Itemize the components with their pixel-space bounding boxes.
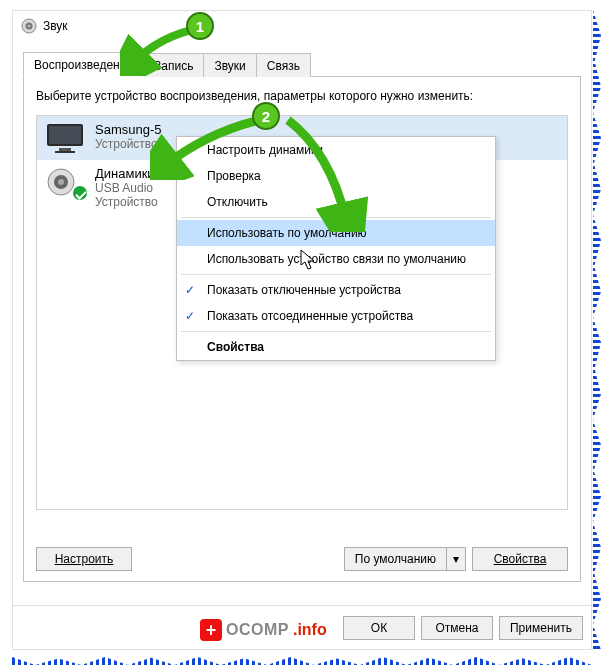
speaker-icon	[21, 18, 37, 34]
device-driver: USB Audio	[95, 181, 158, 195]
menu-separator	[181, 274, 491, 275]
device-name: Динамики	[95, 166, 158, 181]
tab-sounds[interactable]: Звуки	[203, 53, 256, 77]
watermark-suffix: .info	[293, 621, 327, 639]
check-icon: ✓	[185, 283, 195, 297]
set-default-split-button[interactable]: По умолчанию ▾	[344, 547, 466, 571]
speaker-device-icon	[45, 166, 85, 198]
annotation-bubble-2: 2	[252, 102, 280, 130]
watermark-brand: OCOMP	[226, 621, 289, 639]
menu-separator	[181, 331, 491, 332]
ok-button[interactable]: ОК	[343, 616, 415, 640]
svg-point-9	[58, 179, 64, 185]
menu-properties[interactable]: Свойства	[177, 334, 495, 360]
tab-communications[interactable]: Связь	[256, 53, 311, 77]
instruction-text: Выберите устройство воспроизведения, пар…	[36, 89, 568, 103]
annotation-arrow-2b	[280, 112, 370, 232]
default-badge-icon	[71, 184, 89, 202]
svg-rect-6	[55, 151, 75, 153]
titlebar[interactable]: Звук	[13, 11, 591, 41]
tab-bar: Воспроизведение Запись Звуки Связь	[23, 51, 581, 77]
set-default-button[interactable]: По умолчанию	[344, 547, 446, 571]
menu-show-disconnected[interactable]: ✓Показать отсоединенные устройства	[177, 303, 495, 329]
svg-point-2	[28, 25, 31, 28]
monitor-icon	[45, 122, 85, 154]
configure-button[interactable]: Настроить	[36, 547, 132, 571]
cancel-button[interactable]: Отмена	[421, 616, 493, 640]
menu-set-default-comm[interactable]: Использовать устройство связи по умолчан…	[177, 246, 495, 272]
menu-show-disabled[interactable]: ✓Показать отключенные устройства	[177, 277, 495, 303]
window-title: Звук	[43, 19, 68, 33]
device-status: Устройство	[95, 195, 158, 209]
watermark: + OCOMP.info	[200, 619, 327, 641]
check-icon: ✓	[185, 309, 195, 323]
apply-button[interactable]: Применить	[499, 616, 583, 640]
svg-rect-5	[59, 148, 71, 151]
svg-rect-4	[49, 126, 81, 144]
set-default-dropdown[interactable]: ▾	[446, 547, 466, 571]
annotation-bubble-1: 1	[186, 12, 214, 40]
plus-icon: +	[200, 619, 222, 641]
torn-edge-right	[593, 10, 601, 650]
tab-button-row: Настроить По умолчанию ▾ Свойства	[36, 547, 568, 571]
cursor-icon	[300, 249, 318, 271]
properties-button[interactable]: Свойства	[472, 547, 568, 571]
torn-edge-bottom	[12, 657, 592, 665]
